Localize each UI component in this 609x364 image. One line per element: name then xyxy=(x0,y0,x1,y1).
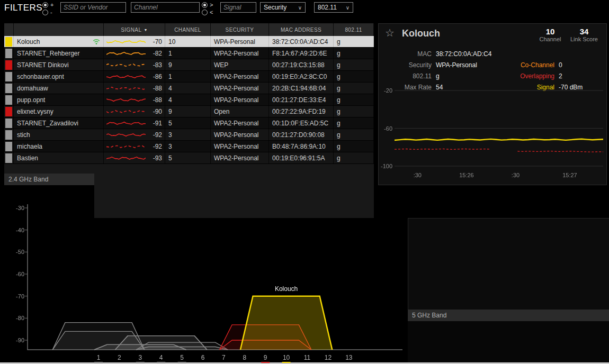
radio-exclude[interactable]: - xyxy=(42,8,53,16)
cell-signal: -93 xyxy=(104,152,165,163)
ssid-text: Bastien xyxy=(17,154,38,162)
cell-80211: g xyxy=(334,117,374,129)
band-5ghz-header: 5 GHz Band xyxy=(408,310,609,321)
cell-ssid: stich xyxy=(14,129,104,140)
row-color-swatch xyxy=(4,117,14,129)
row-color-swatch xyxy=(4,59,14,70)
table-row[interactable]: schonbauer.opnt-861WPA2-Personal00:19:E0… xyxy=(4,71,374,83)
column-header-mac[interactable]: MAC ADDRESS xyxy=(269,23,334,36)
cell-mac: 00:21:27:D0:90:08 xyxy=(269,129,334,140)
table-row[interactable]: Bastien-935WPA2-Personal00:19:E0:96:91:5… xyxy=(4,152,374,164)
detail-row-80211: 802.11 g xyxy=(381,70,491,81)
column-header-security[interactable]: SECURITY xyxy=(211,23,269,36)
cell-channel: 3 xyxy=(165,141,211,152)
include-exclude-radio-group: + - xyxy=(42,1,53,16)
row-color-swatch xyxy=(4,106,14,117)
chevron-down-icon: ∨ xyxy=(298,5,302,11)
radio-include-icon[interactable] xyxy=(42,2,48,8)
radio-less-than[interactable]: < xyxy=(202,8,213,16)
security-value: WPA-Personal xyxy=(436,61,477,69)
signal-sparkline xyxy=(106,49,146,58)
channel-stat-label: Channel xyxy=(536,36,564,42)
cell-channel: 1 xyxy=(165,48,211,59)
color-swatch-icon xyxy=(5,95,12,105)
color-swatch-icon xyxy=(5,119,12,128)
cell-80211: g xyxy=(334,152,374,163)
cell-ssid: michaela xyxy=(14,141,104,152)
cell-mac: 00:19:E0:96:91:5A xyxy=(269,152,334,163)
signal-sparkline xyxy=(106,119,146,128)
cell-mac: 00:19:E0:A2:8C:C0 xyxy=(269,71,334,82)
cell-signal: -91 xyxy=(104,117,165,129)
overlapping-label: Overlapping xyxy=(504,72,554,80)
dot11-value: g xyxy=(436,72,440,80)
cell-security: WPA2-Personal xyxy=(211,83,269,94)
signal-sparkline xyxy=(106,107,146,116)
color-swatch-icon xyxy=(5,142,12,151)
security-filter-dropdown[interactable]: Security ∨ xyxy=(260,2,306,13)
cell-ssid: Bastien xyxy=(14,152,104,163)
row-color-swatch xyxy=(4,94,14,105)
column-header-channel-label: CHANNEL xyxy=(174,27,201,33)
column-header-signal[interactable]: SIGNAL ▼ xyxy=(104,23,165,36)
filters-title: FILTERS xyxy=(4,3,42,13)
signal-sparkline xyxy=(106,131,146,139)
channel-filter-input[interactable] xyxy=(131,2,200,13)
table-row[interactable]: stich-923WPA2-Personal00:21:27:D0:90:08g xyxy=(4,129,374,141)
cell-signal: -92 xyxy=(104,141,165,152)
table-row[interactable]: domahuaw-884WPA2-Personal20:2B:C1:94:6B:… xyxy=(4,83,374,94)
table-row[interactable]: STARNET_Rehberger-821WPA2-PersonalF8:1A:… xyxy=(4,48,374,59)
ssid-filter-input[interactable] xyxy=(60,2,126,13)
table-row[interactable]: pupp.opnt-884WPA2-Personal00:21:27:DE:33… xyxy=(4,94,374,106)
cell-signal: -88 xyxy=(104,94,165,105)
cell-ssid: Kolouch xyxy=(14,36,104,47)
cell-signal: -82 xyxy=(104,48,165,59)
color-swatch-icon xyxy=(5,107,12,116)
signal-value-text: -92 xyxy=(153,143,162,150)
signal-sparkline xyxy=(106,142,146,151)
co-channel-value: 0 xyxy=(559,61,562,69)
radio-exclude-icon[interactable] xyxy=(42,10,48,15)
cell-security: WPA2-Personal xyxy=(211,117,269,129)
signal-value-text: -90 xyxy=(153,108,162,115)
row-color-swatch xyxy=(4,71,14,82)
table-row[interactable]: michaela-923WPA2-PersonalB0:48:7A:86:9A:… xyxy=(4,141,374,152)
security-label: Security xyxy=(381,61,432,69)
signal-value-text: -93 xyxy=(153,154,162,162)
dot11-filter-dropdown[interactable]: 802.11 ∨ xyxy=(314,2,353,13)
cell-80211: g xyxy=(334,94,374,105)
radio-greater-than-icon[interactable] xyxy=(202,2,208,8)
radio-greater-than[interactable]: > xyxy=(202,1,213,8)
column-header-channel[interactable]: CHANNEL xyxy=(165,23,211,36)
ssid-text: michaela xyxy=(17,143,42,150)
signal-sparkline xyxy=(106,61,146,69)
cell-signal: -86 xyxy=(104,71,165,82)
signal-sparkline xyxy=(106,38,146,46)
cell-80211: g xyxy=(334,36,374,47)
color-swatch-icon xyxy=(5,84,12,93)
star-icon[interactable]: ☆ xyxy=(385,26,395,39)
radio-include[interactable]: + xyxy=(42,1,53,8)
ssid-text: STARNET_Rehberger xyxy=(17,50,80,57)
radio-less-than-icon[interactable] xyxy=(202,10,208,15)
signal-sparkline xyxy=(106,72,146,81)
column-header-ssid[interactable] xyxy=(14,23,104,36)
radio-exclude-label: - xyxy=(50,10,52,15)
signal-filter-input[interactable] xyxy=(220,2,256,13)
cell-signal: -88 xyxy=(104,83,165,94)
cell-ssid: schonbauer.opnt xyxy=(14,71,104,82)
signal-sparkline xyxy=(106,84,146,93)
co-channel-label: Co-Channel xyxy=(504,61,554,69)
detail-row-overlapping: Overlapping 2 xyxy=(504,70,583,81)
table-row[interactable]: elixnet.vysny-909Open00:27:22:9A:FD:19g xyxy=(4,106,374,117)
row-color-swatch xyxy=(4,129,14,140)
table-row[interactable]: STARNET Dinkovi-839WEP00:27:19:C3:15:88g xyxy=(4,59,374,71)
cell-signal: -90 xyxy=(104,106,165,117)
column-header-80211[interactable]: 802.11 xyxy=(334,23,374,36)
signal-value-text: -83 xyxy=(153,61,162,69)
table-row[interactable]: STARNET_Zavadilovi-915WPA2-Personal00:1D… xyxy=(4,117,374,129)
table-row[interactable]: Kolouch-7010WPA-Personal38:72:C0:0A:AD:C… xyxy=(4,36,374,48)
cell-security: WPA2-Personal xyxy=(211,129,269,140)
filter-bar: FILTERS + - > < Security ∨ 802.11 ∨ xyxy=(0,0,609,18)
cell-mac: 20:2B:C1:94:6B:04 xyxy=(269,83,334,94)
